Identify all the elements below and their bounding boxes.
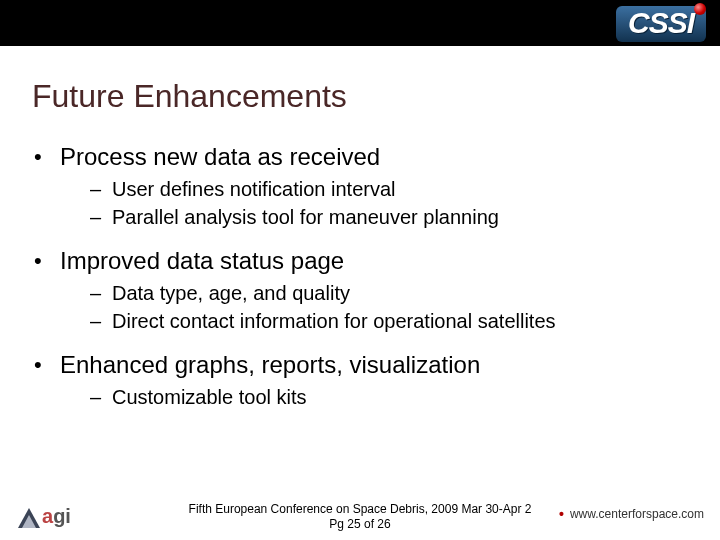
top-bar: C S S I	[0, 0, 720, 46]
bullet-text: Process new data as received	[60, 142, 380, 172]
site-url: www.centerforspace.com	[570, 507, 704, 521]
sub-bullet-text: Parallel analysis tool for maneuver plan…	[112, 204, 499, 230]
dash-icon	[90, 384, 112, 410]
bullet-dot-icon	[34, 350, 60, 380]
slide-title: Future Enhancements	[32, 78, 347, 115]
agi-letter: a	[42, 505, 53, 527]
dash-icon	[90, 176, 112, 202]
slide-body: Process new data as received User define…	[34, 142, 690, 426]
sub-bullet-text: Customizable tool kits	[112, 384, 307, 410]
bullet-text: Enhanced graphs, reports, visualization	[60, 350, 480, 380]
footer-site: • www.centerforspace.com	[559, 506, 704, 522]
cssi-logo-block: C S S I	[616, 6, 706, 42]
bullet-item: Process new data as received User define…	[34, 142, 690, 230]
cssi-letter: S	[649, 8, 668, 38]
sub-bullet-item: Data type, age, and quality	[90, 280, 690, 306]
dash-icon	[90, 204, 112, 230]
sub-bullet-item: Parallel analysis tool for maneuver plan…	[90, 204, 690, 230]
dash-icon	[90, 308, 112, 334]
sub-bullet-text: Direct contact information for operation…	[112, 308, 556, 334]
bullet-dot-icon	[34, 142, 60, 172]
sub-bullet-item: Direct contact information for operation…	[90, 308, 690, 334]
logo-dot-icon	[694, 3, 706, 15]
agi-logo: agi	[18, 505, 71, 528]
bullet-item: Enhanced graphs, reports, visualization …	[34, 350, 690, 410]
sub-bullet-text: User defines notification interval	[112, 176, 395, 202]
sub-bullet-item: User defines notification interval	[90, 176, 690, 202]
cssi-letter: S	[668, 8, 687, 38]
cssi-letter: C	[628, 8, 649, 38]
bullet-dot-icon	[34, 246, 60, 276]
dash-icon	[90, 280, 112, 306]
slide: C S S I Future Enhancements Process new …	[0, 0, 720, 540]
bullet-item: Improved data status page Data type, age…	[34, 246, 690, 334]
agi-triangle-icon	[18, 508, 40, 528]
agi-letter: g	[53, 505, 65, 527]
footer: agi Fifth European Conference on Space D…	[0, 502, 720, 532]
cssi-logo: C S S I	[616, 6, 706, 42]
sub-bullet-item: Customizable tool kits	[90, 384, 690, 410]
cssi-letter: I	[687, 8, 694, 38]
agi-letter: i	[65, 505, 71, 527]
site-bullet-icon: •	[559, 506, 564, 522]
bullet-text: Improved data status page	[60, 246, 344, 276]
sub-bullet-text: Data type, age, and quality	[112, 280, 350, 306]
